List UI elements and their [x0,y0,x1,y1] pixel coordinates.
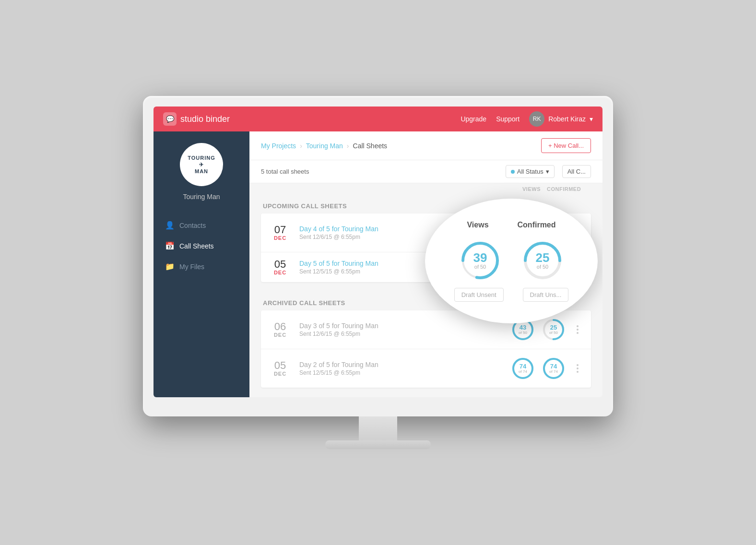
table-row: 05 DEC Day 2 of 5 for Touring Man Sent 1… [261,349,591,388]
zoom-content: Views Confirmed [425,211,598,311]
breadcrumb-bar: My Projects › Touring Man › Call Sheets … [249,131,602,160]
breadcrumb-sep2: › [347,142,349,150]
date-block: 06 DEC [269,321,292,338]
status-chevron: ▾ [546,168,549,175]
date-block: 05 DEC [269,360,292,377]
all-label: All C... [567,168,586,175]
date-month: DEC [269,235,292,241]
zoom-views-donut: 39 of 50 [459,239,502,282]
zoom-col1: Views [467,221,488,229]
zoom-col2: Confirmed [518,221,556,229]
zoom-views-denom: of 50 [473,264,487,270]
call-metrics: 74 of 74 [510,356,583,381]
date-month: DEC [269,371,292,377]
project-logo: TOURING✈MAN [180,143,223,186]
date-day: 05 [269,360,292,371]
zoom-headers: Views Confirmed [467,221,555,229]
monitor-wrapper: 💬 studio binder Upgrade Support RK Rober… [143,96,613,449]
new-call-button[interactable]: + New Call... [541,138,591,153]
breadcrumb-sep1: › [300,142,302,150]
call-subtitle: Sent 12/6/15 @ 6:55pm [299,331,510,337]
filter-bar: 5 total call sheets All Status ▾ All C..… [249,160,602,183]
nav-links: Upgrade Support RK Robert Kiraz ▾ [461,111,593,127]
more-button[interactable] [572,363,583,374]
zoom-badges-row: Draft Unsent Draft Uns... [454,288,569,302]
views-donut: 74 of 74 [510,356,535,381]
confirmed-donut-label: 25 of 50 [549,324,558,335]
confirmed-donut: 25 of 50 [541,317,566,342]
files-icon: 📁 [165,262,175,271]
date-month: DEC [269,270,292,275]
status-label: All Status [517,168,543,175]
all-filter[interactable]: All C... [562,165,591,178]
monitor-neck [359,416,397,440]
views-donut-label: 43 of 50 [519,324,527,335]
col-views: Views [516,186,547,192]
zoom-views-num: 39 [473,251,487,264]
logo: 💬 studio binder [163,112,461,126]
call-info: Day 2 of 5 for Touring Man Sent 12/5/15 … [299,361,510,376]
zoom-overlay: Views Confirmed [425,199,598,323]
sidebar-nav: 👤 Contacts 📅 Call Sheets 📁 My Files [154,215,249,277]
user-name: Robert Kiraz [548,115,586,123]
date-day: 07 [269,225,292,235]
status-filter[interactable]: All Status ▾ [506,165,555,178]
call-title[interactable]: Day 2 of 5 for Touring Man [299,361,510,368]
project-logo-text: TOURING✈MAN [188,154,215,175]
zoom-badge2: Draft Uns... [523,288,569,302]
user-chevron: ▾ [590,115,593,123]
monitor-screen: 💬 studio binder Upgrade Support RK Rober… [154,107,602,397]
zoom-confirmed-label: 25 of 50 [536,251,550,270]
confirmed-donut: 74 of 74 [541,356,566,381]
date-day: 05 [269,259,292,270]
new-call-label: + New Call... [548,142,584,149]
archived-call-list: 06 DEC Day 3 of 5 for Touring Man Sent 1… [261,310,591,388]
more-button[interactable] [572,324,583,335]
sidebar-item-callsheets[interactable]: 📅 Call Sheets [154,236,249,256]
total-count: 5 total call sheets [261,168,498,175]
sidebar: TOURING✈MAN Touring Man 👤 Contacts 📅 Cal… [154,131,249,397]
sidebar-item-files[interactable]: 📁 My Files [154,256,249,277]
date-block: 05 DEC [269,259,292,275]
call-subtitle: Sent 12/5/15 @ 6:55pm [299,369,510,376]
upgrade-link[interactable]: Upgrade [461,115,486,123]
column-headers: Views Confirmed [249,183,602,195]
breadcrumb-project[interactable]: Touring Man [306,142,343,150]
contacts-icon: 👤 [165,221,175,230]
zoom-confirmed-donut: 25 of 50 [521,239,564,282]
status-dot [511,170,515,174]
confirmed-donut-label: 74 of 74 [549,363,558,374]
content-area: My Projects › Touring Man › Call Sheets … [249,131,602,397]
top-nav: 💬 studio binder Upgrade Support RK Rober… [154,107,602,131]
date-day: 06 [269,321,292,332]
zoom-confirmed-num: 25 [536,251,550,264]
avatar: RK [529,111,544,127]
views-donut-label: 74 of 74 [519,363,527,374]
project-name: Touring Man [183,193,220,201]
sidebar-item-label: Contacts [179,222,206,229]
callsheets-icon: 📅 [165,241,175,250]
support-link[interactable]: Support [496,115,520,123]
date-block: 07 DEC [269,225,292,241]
date-month: DEC [269,332,292,338]
zoom-views-label: 39 of 50 [473,251,487,270]
sidebar-item-label: My Files [179,263,204,271]
zoom-donuts-row: 39 of 50 [459,239,564,282]
zoom-badge1: Draft Unsent [454,288,504,302]
main-layout: TOURING✈MAN Touring Man 👤 Contacts 📅 Cal… [154,131,602,397]
logo-icon: 💬 [163,112,177,126]
zoom-confirmed-denom: of 50 [536,264,550,270]
breadcrumb-my-projects[interactable]: My Projects [261,142,296,150]
monitor-base [325,440,431,449]
breadcrumb-current: Call Sheets [353,142,388,150]
call-title[interactable]: Day 3 of 5 for Touring Man [299,322,510,330]
sidebar-item-label: Call Sheets [179,242,214,250]
monitor-bezel: 💬 studio binder Upgrade Support RK Rober… [143,96,613,416]
logo-text: studio binder [180,114,230,124]
call-info: Day 3 of 5 for Touring Man Sent 12/6/15 … [299,322,510,337]
breadcrumb: My Projects › Touring Man › Call Sheets [261,142,387,150]
user-menu[interactable]: RK Robert Kiraz ▾ [529,111,593,127]
col-confirmed: Confirmed [547,186,578,192]
sidebar-item-contacts[interactable]: 👤 Contacts [154,215,249,236]
